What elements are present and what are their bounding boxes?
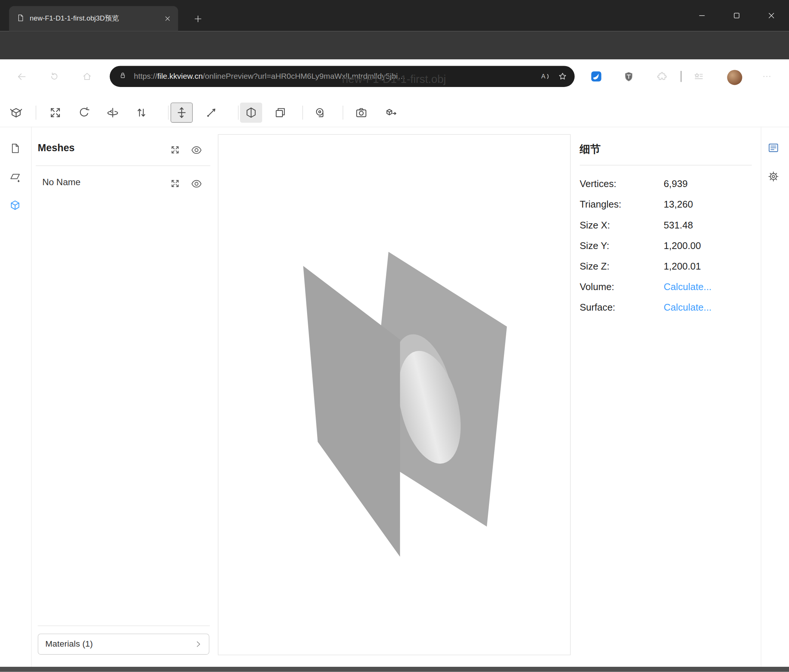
details-panel-toggle-icon[interactable] <box>765 139 782 156</box>
rotate-icon[interactable] <box>73 103 95 123</box>
mesh-item-fit-icon[interactable] <box>169 177 181 189</box>
details-value: 531.48 <box>664 220 693 231</box>
details-label: Volume: <box>580 282 664 293</box>
mesh-item-eye-icon[interactable] <box>190 177 202 189</box>
materials-divider <box>38 626 210 626</box>
flip-vertical-icon[interactable] <box>130 103 152 123</box>
details-row-vertices: Vertices: 6,939 <box>580 174 752 194</box>
meshes-fit-icon[interactable] <box>169 144 181 156</box>
meshes-header: Meshes <box>38 142 75 154</box>
wireframe-view-icon[interactable] <box>269 103 291 123</box>
file-info-icon[interactable] <box>6 139 24 157</box>
screenshot-camera-icon[interactable] <box>350 103 372 123</box>
toolbar-separator <box>36 106 36 120</box>
toolbar-separator <box>303 106 303 120</box>
details-value: 6,939 <box>664 178 688 189</box>
materials-swatch-icon[interactable] <box>6 168 24 186</box>
meshes-header-divider <box>36 166 210 166</box>
tape-measure-icon[interactable] <box>309 103 331 123</box>
details-value: 1,200.00 <box>664 240 701 251</box>
tab-title: new-F1-D1-1-first.obj3D预览 <box>30 14 161 23</box>
calculate-surface-link[interactable]: Calculate... <box>664 302 712 313</box>
browser-window: new-F1-D1-1-first.obj3D预览 <box>0 0 789 672</box>
details-label: Vertices: <box>580 178 664 189</box>
left-rail-divider <box>31 127 32 667</box>
calculate-volume-link[interactable]: Calculate... <box>664 282 712 293</box>
browser-tab[interactable]: new-F1-D1-1-first.obj3D预览 <box>9 6 178 31</box>
details-row-triangles: Triangles: 13,260 <box>580 194 752 215</box>
meshes-cube-icon[interactable] <box>6 196 24 214</box>
toolbar-divider <box>0 127 789 127</box>
details-label: Size Z: <box>580 261 664 272</box>
toolbar-separator <box>238 106 238 120</box>
details-value: 1,200.01 <box>664 261 701 272</box>
details-row-surface: Surface: Calculate... <box>580 297 752 318</box>
window-maximize-button[interactable] <box>725 4 748 27</box>
open-model-icon[interactable] <box>5 103 27 123</box>
3d-model-render <box>219 135 570 655</box>
details-value: 13,260 <box>664 199 693 210</box>
details-row-size-x: Size X: 531.48 <box>580 215 752 235</box>
materials-button[interactable]: Materials (1) <box>38 634 209 655</box>
window-minimize-button[interactable] <box>690 4 714 27</box>
details-header-divider <box>580 165 752 166</box>
measure-line-icon[interactable] <box>200 103 222 123</box>
page-title: new-F1-D1-1-first.obj <box>0 73 788 86</box>
toolbar-separator <box>343 106 343 120</box>
meshes-visibility-eye-icon[interactable] <box>190 144 202 156</box>
details-label: Triangles: <box>580 199 664 210</box>
details-label: Surface: <box>580 302 664 313</box>
export-model-icon[interactable] <box>380 103 402 123</box>
page-favicon-icon <box>16 13 25 24</box>
mesh-list-item[interactable]: No Name <box>42 177 80 188</box>
details-label: Size Y: <box>580 240 664 251</box>
details-row-volume: Volume: Calculate... <box>580 277 752 297</box>
tab-close-icon[interactable] <box>161 12 174 25</box>
toolbar-separator <box>168 106 168 120</box>
materials-label: Materials (1) <box>45 639 193 649</box>
details-row-size-y: Size Y: 1,200.00 <box>580 235 752 256</box>
new-tab-button[interactable] <box>190 11 205 26</box>
window-close-button[interactable] <box>760 4 783 27</box>
3d-viewport[interactable] <box>218 134 570 655</box>
navigation-bar: https://file.kkview.cn/onlinePreview?url… <box>0 31 789 59</box>
details-row-size-z: Size Z: 1,200.01 <box>580 256 752 277</box>
details-label: Size X: <box>580 220 664 231</box>
move-axis-icon[interactable] <box>171 103 193 123</box>
bottom-status-bar <box>0 667 789 672</box>
details-rows: Vertices: 6,939 Triangles: 13,260 Size X… <box>580 174 752 318</box>
shaded-view-icon[interactable] <box>240 103 262 123</box>
settings-gear-icon[interactable] <box>765 168 782 185</box>
fit-view-icon[interactable] <box>45 103 67 123</box>
rotate-axis-icon[interactable] <box>102 103 124 123</box>
title-bar: new-F1-D1-1-first.obj3D预览 <box>0 0 789 31</box>
right-rail-divider <box>761 127 761 667</box>
details-header: 细节 <box>580 142 601 156</box>
